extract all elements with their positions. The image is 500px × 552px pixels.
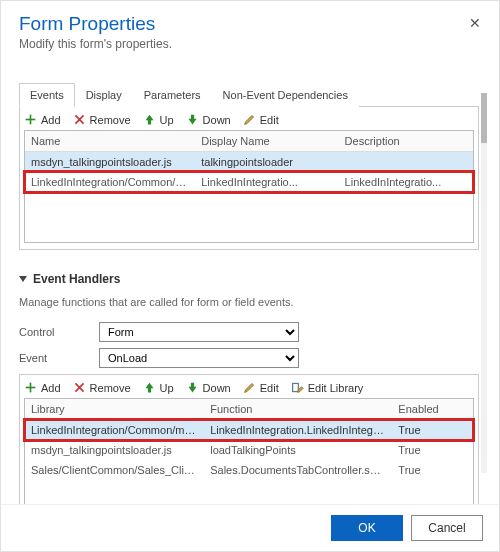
up-label: Up <box>160 114 174 126</box>
edit-button[interactable]: Edit <box>243 381 279 394</box>
plus-icon <box>24 113 37 126</box>
svg-rect-1 <box>26 119 36 121</box>
add-button[interactable]: Add <box>24 381 61 394</box>
dialog-body: Events Display Parameters Non-Event Depe… <box>1 59 499 504</box>
cell-enabled: True <box>392 440 473 460</box>
col-function[interactable]: Function <box>204 399 392 420</box>
remove-button[interactable]: Remove <box>73 381 131 394</box>
cell-name: msdyn_talkingpointsloader.js <box>25 152 195 173</box>
control-row: Control Form <box>19 322 479 342</box>
cell-func: loadTalkingPoints <box>204 440 392 460</box>
cell-enabled: True <box>392 420 473 441</box>
table-row-linkedin-handler[interactable]: LinkedInIntegration/Common/msdyn_L... Li… <box>25 420 473 441</box>
add-label: Add <box>41 114 61 126</box>
add-button[interactable]: Add <box>24 113 61 126</box>
chevron-down-icon <box>19 276 27 282</box>
up-button[interactable]: Up <box>143 381 174 394</box>
ok-button[interactable]: OK <box>331 515 403 541</box>
libraries-toolbar: Add Remove Up Down <box>20 107 478 130</box>
cell-display: LinkedInIntegratio... <box>195 172 338 192</box>
control-label: Control <box>19 326 99 338</box>
tab-display[interactable]: Display <box>75 83 133 107</box>
cell-desc <box>339 152 473 173</box>
col-name[interactable]: Name <box>25 131 195 152</box>
arrow-up-icon <box>143 381 156 394</box>
col-enabled[interactable]: Enabled <box>392 399 473 420</box>
edit-label: Edit <box>260 382 279 394</box>
libraries-grid[interactable]: Name Display Name Description msdyn_talk… <box>25 131 473 192</box>
cell-lib: msdyn_talkingpointsloader.js <box>25 440 204 460</box>
cell-lib: Sales/ClientCommon/Sales_ClientCom... <box>25 460 204 480</box>
event-select[interactable]: OnLoad <box>99 348 299 368</box>
down-label: Down <box>203 382 231 394</box>
up-button[interactable]: Up <box>143 113 174 126</box>
dialog-header: Form Properties Modify this form's prope… <box>1 1 499 59</box>
library-pencil-icon <box>291 381 304 394</box>
down-button[interactable]: Down <box>186 113 231 126</box>
down-label: Down <box>203 114 231 126</box>
table-row[interactable]: msdyn_talkingpointsloader.js loadTalking… <box>25 440 473 460</box>
tab-strip: Events Display Parameters Non-Event Depe… <box>19 82 479 107</box>
pencil-icon <box>243 381 256 394</box>
close-icon[interactable]: ✕ <box>469 15 481 31</box>
edit-button[interactable]: Edit <box>243 113 279 126</box>
down-button[interactable]: Down <box>186 381 231 394</box>
table-row-linkedin[interactable]: LinkedInIntegration/Common/msdyn_L... Li… <box>25 172 473 192</box>
cell-lib: LinkedInIntegration/Common/msdyn_L... <box>25 420 204 441</box>
cancel-button[interactable]: Cancel <box>411 515 483 541</box>
page-title: Form Properties <box>19 13 481 35</box>
event-handlers-desc: Manage functions that are called for for… <box>19 296 479 308</box>
remove-button[interactable]: Remove <box>73 113 131 126</box>
col-display-name[interactable]: Display Name <box>195 131 338 152</box>
scrollbar-thumb[interactable] <box>481 93 487 143</box>
remove-label: Remove <box>90 382 131 394</box>
x-icon <box>73 381 86 394</box>
col-library[interactable]: Library <box>25 399 204 420</box>
cell-name: LinkedInIntegration/Common/msdyn_L... <box>25 172 195 192</box>
event-handlers-header[interactable]: Event Handlers <box>19 272 479 286</box>
event-handlers-title: Event Handlers <box>33 272 120 286</box>
tab-parameters[interactable]: Parameters <box>133 83 212 107</box>
svg-rect-3 <box>26 387 36 389</box>
table-row[interactable]: msdyn_talkingpointsloader.js talkingpoin… <box>25 152 473 173</box>
form-properties-dialog: Form Properties Modify this form's prope… <box>0 0 500 552</box>
cell-func: Sales.DocumentsTabController.shouldS... <box>204 460 392 480</box>
page-subtitle: Modify this form's properties. <box>19 37 481 51</box>
handlers-grid[interactable]: Library Function Enabled LinkedInIntegra… <box>25 399 473 480</box>
control-select[interactable]: Form <box>99 322 299 342</box>
remove-label: Remove <box>90 114 131 126</box>
col-description[interactable]: Description <box>339 131 473 152</box>
x-icon <box>73 113 86 126</box>
event-row: Event OnLoad <box>19 348 479 368</box>
cell-enabled: True <box>392 460 473 480</box>
cell-display: talkingpointsloader <box>195 152 338 173</box>
edit-label: Edit <box>260 114 279 126</box>
event-label: Event <box>19 352 99 364</box>
vertical-scrollbar[interactable] <box>481 93 487 473</box>
table-row[interactable]: Sales/ClientCommon/Sales_ClientCom... Sa… <box>25 460 473 480</box>
handlers-toolbar: Add Remove Up Down <box>20 375 478 398</box>
plus-icon <box>24 381 37 394</box>
arrow-down-icon <box>186 113 199 126</box>
dialog-footer: OK Cancel <box>1 504 499 551</box>
edit-library-button[interactable]: Edit Library <box>291 381 364 394</box>
pencil-icon <box>243 113 256 126</box>
tab-events[interactable]: Events <box>19 83 75 107</box>
cell-desc: LinkedInIntegratio... <box>339 172 473 192</box>
arrow-up-icon <box>143 113 156 126</box>
up-label: Up <box>160 382 174 394</box>
add-label: Add <box>41 382 61 394</box>
arrow-down-icon <box>186 381 199 394</box>
tab-non-event-deps[interactable]: Non-Event Dependencies <box>212 83 359 107</box>
svg-rect-4 <box>292 383 298 391</box>
cell-func: LinkedInIntegration.LinkedInIntegration.… <box>204 420 392 441</box>
edit-library-label: Edit Library <box>308 382 364 394</box>
